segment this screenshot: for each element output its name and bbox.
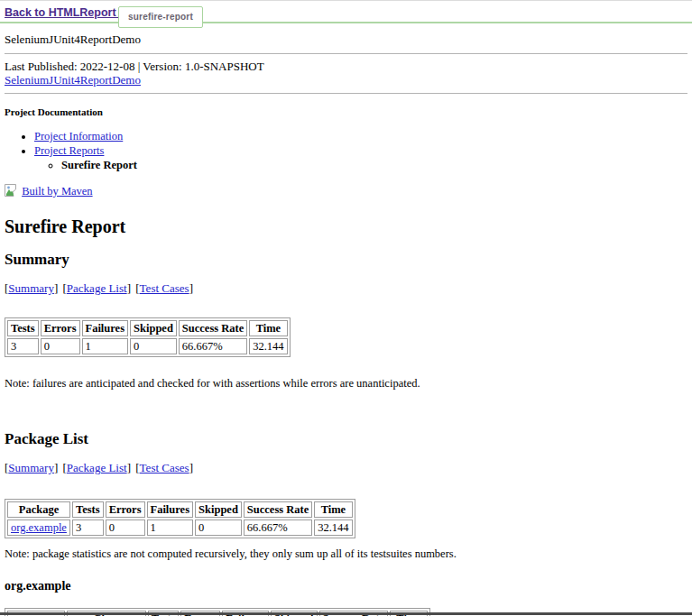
bracket: ] (54, 281, 58, 295)
page-title: Surefire Report (5, 216, 687, 237)
divider (5, 93, 687, 94)
nav-summary-link[interactable]: Summary (8, 281, 54, 295)
package-time-value: 32.144 (314, 519, 352, 536)
package-list-heading: Package List (5, 430, 687, 448)
built-by-maven: Built by Maven (5, 184, 687, 198)
publish-meta-bar: Last Published: 2022-12-08 | Version: 1.… (5, 60, 687, 87)
col-header-skipped: Skipped (195, 501, 242, 518)
tab-bar-divider (0, 22, 692, 23)
summary-skipped-value: 0 (130, 338, 177, 354)
divider (5, 53, 687, 54)
org-example-heading: org.example (5, 579, 687, 593)
col-header-failures: Failures (147, 501, 194, 518)
nav-test-cases-link[interactable]: Test Cases (140, 281, 189, 295)
package-success-rate-value: 66.667% (244, 519, 312, 536)
col-header-tests: Tests (7, 320, 39, 336)
package-note: Note: package statistics are not compute… (5, 547, 687, 561)
nav-item-project-reports: Project Reports Surefire Report (34, 143, 687, 172)
package-list-table: Package Tests Errors Failures Skipped Su… (5, 499, 355, 538)
col-header-package: Package (7, 501, 70, 518)
last-published-text: Last Published: 2022-12-08 (5, 60, 134, 73)
project-home-link[interactable]: SeleniumJUnit4ReportDemo (5, 73, 141, 87)
summary-note: Note: failures are anticipated and check… (5, 377, 687, 391)
nav-test-cases-link[interactable]: Test Cases (140, 461, 189, 474)
col-header-failures: Failures (82, 320, 129, 336)
bracket: ] (54, 461, 58, 474)
nav-menu-list: Project Information Project Reports Sure… (5, 129, 687, 172)
summary-data-row: 3 0 1 0 66.667% 32.144 (7, 338, 288, 354)
summary-success-rate-value: 66.667% (179, 338, 247, 354)
col-header-success-rate: Success Rate (179, 320, 247, 336)
bracket: ] (189, 461, 193, 474)
bracket: ] (127, 461, 131, 474)
bracket: ] (189, 281, 193, 295)
summary-heading: Summary (5, 251, 687, 269)
nav-menu-title: Project Documentation (5, 106, 687, 117)
nav-item-surefire-report-active: Surefire Report (61, 158, 687, 172)
meta-separator: | (138, 60, 141, 73)
nav-item-project-information: Project Information (34, 129, 687, 143)
nav-package-list-link[interactable]: Package List (67, 281, 127, 295)
summary-time-value: 32.144 (249, 338, 287, 354)
project-information-link[interactable]: Project Information (34, 130, 123, 143)
page-content: SeleniumJUnit4ReportDemo Last Published:… (0, 32, 692, 616)
built-by-maven-link[interactable]: Built by Maven (22, 185, 92, 198)
nav-package-list-link[interactable]: Package List (67, 461, 127, 474)
publish-meta-line: Last Published: 2022-12-08 | Version: 1.… (5, 60, 687, 73)
nav-menu-sublist: Surefire Report (34, 158, 687, 172)
section-nav: [Summary] [Package List] [Test Cases] (5, 461, 687, 475)
col-header-errors: Errors (106, 501, 145, 518)
project-banner-title: SeleniumJUnit4ReportDemo (5, 32, 687, 47)
col-header-skipped: Skipped (130, 320, 177, 336)
summary-failures-value: 1 (82, 338, 129, 354)
summary-table: Tests Errors Failures Skipped Success Ra… (5, 317, 291, 357)
package-header-row: Package Tests Errors Failures Skipped Su… (7, 501, 353, 518)
broken-image-icon (5, 184, 18, 197)
package-skipped-value: 0 (195, 519, 242, 536)
summary-errors-value: 0 (41, 338, 80, 354)
col-header-time: Time (314, 501, 352, 518)
col-header-errors: Errors (41, 320, 80, 336)
package-errors-value: 0 (106, 519, 145, 536)
package-failures-value: 1 (147, 519, 194, 536)
summary-tests-value: 3 (7, 338, 39, 354)
nav-summary-link[interactable]: Summary (8, 461, 54, 474)
package-data-row: org.example 3 0 1 0 66.667% 32.144 (7, 519, 353, 536)
col-header-time: Time (249, 320, 287, 336)
bracket: ] (127, 281, 131, 295)
summary-header-row: Tests Errors Failures Skipped Success Ra… (7, 320, 288, 336)
tab-surefire-report[interactable]: surefire-report (118, 6, 203, 28)
version-text: Version: 1.0-SNAPSHOT (143, 60, 263, 73)
header-bar: Back to HTMLReport_Demo surefire-report (0, 0, 692, 23)
viewport-bottom-edge (0, 612, 692, 615)
package-name-cell: org.example (7, 519, 70, 536)
project-reports-link[interactable]: Project Reports (34, 144, 104, 157)
package-org-example-link[interactable]: org.example (11, 521, 67, 534)
section-nav: [Summary] [Package List] [Test Cases] (5, 281, 687, 296)
col-header-tests: Tests (72, 501, 104, 518)
package-tests-value: 3 (72, 519, 104, 536)
col-header-success-rate: Success Rate (244, 501, 312, 518)
